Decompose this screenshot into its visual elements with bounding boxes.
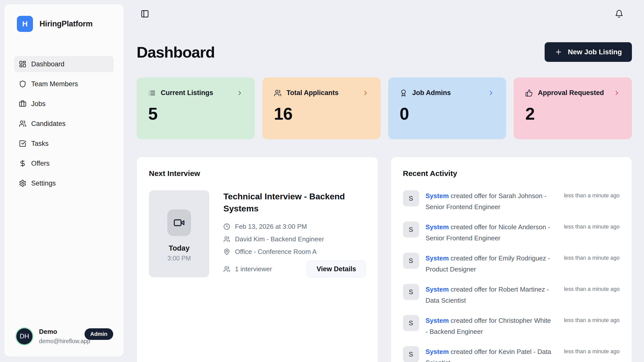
sidebar-item-dashboard[interactable]: Dashboard — [14, 56, 114, 72]
interview-body: Today 3:00 PM Technical Interview - Back… — [149, 190, 366, 277]
activity-text: System created offer for Nicole Anderson… — [426, 221, 551, 244]
activity-timestamp: less than a minute ago — [564, 221, 620, 230]
app-root: H HiringPlatform DashboardTeam MembersJo… — [0, 0, 644, 362]
brand[interactable]: H HiringPlatform — [14, 16, 114, 32]
users-icon — [223, 236, 230, 243]
list-icon — [148, 89, 156, 97]
chevron-right-icon — [362, 89, 369, 97]
activity-item: SSystem created offer for Sarah Johnson … — [403, 190, 620, 212]
clock-icon — [223, 223, 230, 230]
activity-timestamp: less than a minute ago — [564, 253, 620, 261]
sidebar-item-jobs[interactable]: Jobs — [14, 96, 114, 112]
notifications-button[interactable] — [613, 8, 625, 21]
activity-actor[interactable]: System — [426, 348, 449, 355]
stat-card-approval-requested[interactable]: Approval Requested2 — [514, 77, 632, 139]
activity-timestamp: less than a minute ago — [564, 315, 620, 324]
activity-actor[interactable]: System — [426, 223, 449, 231]
interview-datetime: Feb 13, 2026 at 3:00 PM — [235, 223, 307, 231]
sidebar-item-label: Settings — [31, 179, 56, 187]
interview-location-row: Office - Conference Room A — [223, 248, 366, 256]
activity-actor[interactable]: System — [426, 192, 449, 200]
sidebar-item-label: Offers — [31, 160, 50, 167]
sidebar-item-offers[interactable]: Offers — [14, 155, 114, 171]
sidebar-toggle-button[interactable] — [139, 8, 151, 21]
stat-label: Job Admins — [412, 89, 483, 97]
activity-item: SSystem created offer for Nicole Anderso… — [403, 221, 620, 244]
activity-list: SSystem created offer for Sarah Johnson … — [403, 190, 620, 362]
interview-candidate-row: David Kim - Backend Engineer — [223, 235, 366, 243]
chevron-right-icon — [488, 89, 495, 97]
interview-date-tile: Today 3:00 PM — [149, 190, 209, 277]
next-interview-card: Next Interview Today 3:00 PM Technical I… — [137, 157, 378, 362]
interviewer-count-row: 1 interviewer — [223, 265, 272, 273]
page-header: Dashboard New Job Listing — [137, 42, 632, 62]
sidebar-nav: DashboardTeam MembersJobsCandidatesTasks… — [14, 56, 114, 191]
check-square-icon — [19, 140, 26, 147]
activity-text: System created offer for Christopher Whi… — [426, 315, 551, 337]
shield-icon — [19, 80, 26, 88]
stat-value: 2 — [525, 104, 620, 123]
interview-footer: 1 interviewer View Details — [223, 261, 366, 277]
interview-time: 3:00 PM — [167, 255, 191, 262]
users-icon — [19, 120, 26, 127]
activity-avatar: S — [403, 253, 419, 269]
activity-text: System created offer for Robert Martinez… — [426, 284, 551, 306]
stat-card-header: Approval Requested — [525, 89, 620, 97]
sidebar-item-team-members[interactable]: Team Members — [14, 76, 114, 92]
activity-timestamp: less than a minute ago — [564, 284, 620, 292]
avatar: DH — [16, 328, 32, 344]
dollar-icon — [19, 160, 26, 167]
interview-datetime-row: Feb 13, 2026 at 3:00 PM — [223, 223, 366, 231]
stat-label: Current Listings — [161, 89, 231, 97]
users-icon — [274, 89, 281, 97]
app-logo-letter: H — [22, 20, 28, 28]
interview-location: Office - Conference Room A — [235, 248, 317, 256]
bell-icon — [615, 10, 623, 19]
sidebar-item-settings[interactable]: Settings — [14, 175, 114, 191]
activity-actor[interactable]: System — [426, 317, 449, 324]
stat-card-current-listings[interactable]: Current Listings5 — [137, 77, 255, 139]
user-name: Demo — [39, 328, 78, 336]
activity-item: SSystem created offer for Christopher Wh… — [403, 315, 620, 337]
activity-actor[interactable]: System — [426, 286, 449, 293]
recent-activity-section-title: Recent Activity — [403, 169, 620, 178]
activity-text: System created offer for Kevin Patel - D… — [426, 346, 551, 362]
activity-actor[interactable]: System — [426, 254, 449, 262]
app-logo-icon: H — [17, 16, 33, 32]
stat-label: Approval Requested — [538, 89, 608, 97]
topbar — [124, 0, 644, 29]
stat-value: 0 — [400, 104, 495, 123]
thumbs-up-icon — [525, 89, 533, 97]
stat-card-total-applicants[interactable]: Total Applicants16 — [262, 77, 381, 139]
user-profile[interactable]: DH Demo demo@hireflow.app Admin — [14, 325, 114, 347]
view-details-button[interactable]: View Details — [307, 261, 366, 277]
interview-title: Technical Interview - Backend Systems — [223, 190, 354, 215]
panels: Next Interview Today 3:00 PM Technical I… — [137, 157, 632, 362]
user-info: Demo demo@hireflow.app — [39, 328, 78, 345]
interview-candidate: David Kim - Backend Engineer — [235, 235, 324, 243]
interview-details: Technical Interview - Backend Systems Fe… — [223, 190, 366, 277]
stat-card-job-admins[interactable]: Job Admins0 — [388, 77, 506, 139]
layout-dashboard-icon — [19, 60, 26, 68]
app-name: HiringPlatform — [39, 19, 93, 28]
sidebar-item-label: Candidates — [31, 120, 66, 128]
sidebar-item-label: Jobs — [31, 100, 46, 108]
activity-timestamp: less than a minute ago — [564, 190, 620, 199]
sidebar-item-candidates[interactable]: Candidates — [14, 116, 114, 132]
activity-avatar: S — [403, 315, 419, 331]
stat-card-header: Current Listings — [148, 89, 243, 97]
activity-text: System created offer for Sarah Johnson -… — [426, 190, 551, 212]
sidebar-item-label: Dashboard — [31, 60, 64, 68]
new-job-listing-button[interactable]: New Job Listing — [545, 42, 632, 62]
sidebar-item-tasks[interactable]: Tasks — [14, 135, 114, 152]
role-badge: Admin — [85, 328, 113, 340]
activity-avatar: S — [403, 190, 419, 206]
content: Dashboard New Job Listing Current Listin… — [124, 29, 644, 362]
user-email: demo@hireflow.app — [39, 338, 78, 345]
users-icon — [223, 266, 230, 273]
briefcase-icon — [19, 100, 26, 108]
activity-avatar: S — [403, 346, 419, 362]
activity-timestamp: less than a minute ago — [564, 346, 620, 355]
activity-item: SSystem created offer for Kevin Patel - … — [403, 346, 620, 362]
recent-activity-card: Recent Activity SSystem created offer fo… — [391, 157, 632, 362]
